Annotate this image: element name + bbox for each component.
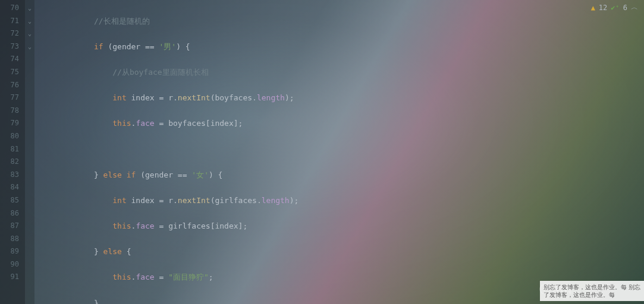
warning-count: 12 <box>599 4 607 12</box>
notification-popup[interactable]: 别忘了发博客，这也是作业。每 别忘了发博客，这也是作业。每 <box>540 281 644 301</box>
check-icon[interactable]: ✔⁺ <box>611 4 619 12</box>
fold-gutter[interactable]: ⌄⌄⌄⌄ <box>25 0 34 304</box>
inspection-bar[interactable]: ▲ 12 ✔⁺ 6 ︿ <box>591 2 638 12</box>
line-number-gutter: 7071727374757677787980818283848586878889… <box>0 0 25 304</box>
code-area[interactable]: //长相是随机的 if (gender == '男') { //从boyface… <box>34 0 644 304</box>
comment: //长相是随机的 <box>94 17 150 26</box>
chevron-up-icon[interactable]: ︿ <box>631 2 638 12</box>
comment: //从boyface里面随机长相 <box>112 68 208 77</box>
check-count: 6 <box>623 4 627 12</box>
code-editor[interactable]: 7071727374757677787980818283848586878889… <box>0 0 644 304</box>
warning-icon[interactable]: ▲ <box>591 4 595 12</box>
